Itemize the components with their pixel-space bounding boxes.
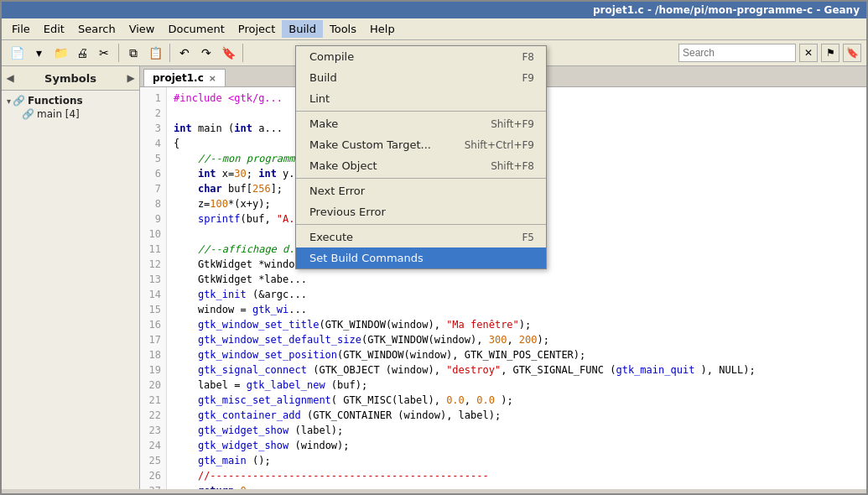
menu-project[interactable]: Project [231,20,282,38]
next-error-label: Next Error [309,185,365,197]
dropdown-arrow[interactable]: ▾ [29,43,49,63]
search-options-button[interactable]: 🔖 [843,44,861,62]
make-label: Make [309,117,338,130]
execute-shortcut: F5 [522,232,534,243]
sidebar: ◀ Symbols ▶ ▾ 🔗 Functions 🔗 main [4] [2,66,140,489]
sidebar-content: ▾ 🔗 Functions 🔗 main [4] [2,91,139,124]
search-go-button[interactable]: ⚑ [821,44,839,62]
new-button[interactable]: 📄 [7,43,27,63]
build-menu-set-commands[interactable]: Set Build Commands [296,248,546,268]
build-sep-2 [296,178,546,179]
functions-label: Functions [28,95,83,107]
editor-tab-projet1[interactable]: projet1.c × [143,69,226,86]
main-icon: 🔗 [22,108,34,120]
build-dropdown: Compile F8 Build F9 Lint Make Shift+F9 M… [295,45,547,269]
set-commands-label: Set Build Commands [309,252,424,264]
title-bar: projet1.c - /home/pi/mon-programme-c - G… [2,2,866,18]
tree-expand-arrow: ▾ [7,96,11,106]
sidebar-left-arrow[interactable]: ◀ [2,66,18,90]
bookmark-button[interactable]: 🔖 [218,43,238,63]
open-button[interactable]: 📁 [50,43,70,63]
copy-button[interactable]: ⧉ [123,43,143,63]
tab-close-button[interactable]: × [209,73,216,84]
toolbar-sep-3 [242,44,243,62]
menu-bar: File Edit Search View Document Project B… [2,18,866,40]
sidebar-header: ◀ Symbols ▶ [2,66,139,91]
build-menu-build[interactable]: Build F9 [296,67,546,88]
main-item[interactable]: 🔗 main [4] [20,107,136,121]
build-menu-prev-error[interactable]: Previous Error [296,201,546,222]
build-label: Build [309,71,337,84]
build-menu-make[interactable]: Make Shift+F9 [296,113,546,134]
build-menu-compile[interactable]: Compile F8 [296,46,546,67]
tab-filename: projet1.c [153,72,204,84]
make-custom-label: Make Custom Target... [309,138,431,151]
build-menu-make-custom[interactable]: Make Custom Target... Shift+Ctrl+F9 [296,134,546,155]
search-input[interactable] [678,44,796,62]
build-sep-1 [296,111,546,112]
search-clear-button[interactable]: ✕ [799,44,818,62]
make-shortcut: Shift+F9 [491,118,534,130]
toolbar-sep-2 [169,44,170,62]
menu-view[interactable]: View [122,20,162,38]
build-menu-next-error[interactable]: Next Error [296,180,546,201]
compile-label: Compile [309,50,354,63]
menu-file[interactable]: File [5,20,37,38]
redo-button[interactable]: ↷ [196,43,216,63]
functions-icon: 🔗 [13,95,25,107]
main-label: main [4] [37,108,80,120]
menu-document[interactable]: Document [161,20,231,38]
make-object-shortcut: Shift+F8 [491,160,534,172]
build-shortcut: F9 [522,72,534,84]
menu-build[interactable]: Build [282,20,323,38]
build-menu-execute[interactable]: Execute F5 [296,227,546,248]
make-custom-shortcut: Shift+Ctrl+F9 [465,139,534,151]
prev-error-label: Previous Error [309,206,386,218]
execute-label: Execute [309,231,353,243]
menu-help[interactable]: Help [363,20,402,38]
compile-shortcut: F8 [522,51,534,63]
build-menu-make-object[interactable]: Make Object Shift+F8 [296,155,546,176]
tree-sub-items: 🔗 main [4] [5,107,136,121]
line-numbers: 12345 678910 1112131415 1617181920 21222… [140,87,167,489]
build-menu-lint[interactable]: Lint [296,88,546,109]
print-button[interactable]: 🖨 [72,43,92,63]
toolbar-sep-1 [118,44,119,62]
paste-button[interactable]: 📋 [145,43,165,63]
cut-button[interactable]: ✂ [94,43,114,63]
menu-tools[interactable]: Tools [323,20,363,38]
search-area: ✕ ⚑ 🔖 [678,44,861,62]
undo-button[interactable]: ↶ [174,43,195,63]
title-text: projet1.c - /home/pi/mon-programme-c - G… [593,4,860,16]
sidebar-right-arrow[interactable]: ▶ [122,66,139,90]
menu-edit[interactable]: Edit [37,20,71,38]
lint-label: Lint [309,92,330,105]
make-object-label: Make Object [309,159,377,172]
functions-item[interactable]: ▾ 🔗 Functions [5,94,136,107]
build-sep-3 [296,224,546,225]
menu-search[interactable]: Search [71,20,122,38]
sidebar-tab[interactable]: Symbols [18,69,122,88]
